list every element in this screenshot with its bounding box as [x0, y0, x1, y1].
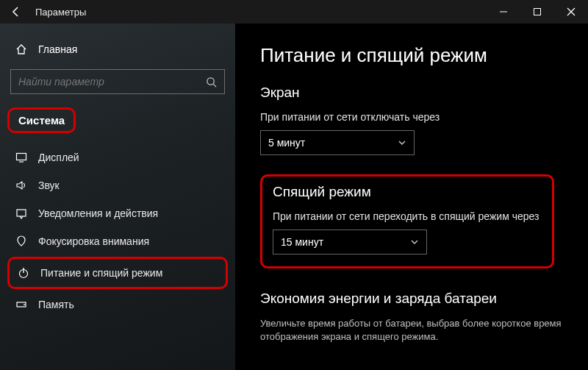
svg-rect-1 — [534, 9, 541, 15]
minimize-icon — [499, 7, 508, 16]
sleep-section-highlight: Спящий режим При питании от сети переход… — [260, 174, 554, 268]
search-input[interactable] — [18, 76, 206, 88]
sidebar-home[interactable]: Главная — [0, 37, 235, 69]
svg-line-5 — [213, 84, 216, 87]
search-icon — [206, 77, 217, 88]
sidebar-section-system[interactable]: Система — [7, 107, 76, 133]
chevron-down-icon — [398, 138, 406, 147]
screen-timeout-select[interactable]: 5 минут — [260, 130, 415, 155]
sidebar-item-notifications[interactable]: Уведомления и действия — [0, 199, 235, 227]
sidebar-item-label: Звук — [38, 179, 60, 191]
chevron-down-icon — [410, 238, 419, 246]
maximize-button[interactable] — [520, 0, 554, 24]
maximize-icon — [533, 7, 542, 16]
sidebar-item-label: Фокусировка внимания — [38, 235, 149, 247]
page-title: Питание и спящий режим — [260, 44, 563, 67]
storage-icon — [15, 298, 28, 311]
sleep-timeout-select[interactable]: 15 минут — [273, 230, 427, 255]
svg-point-12 — [24, 304, 25, 305]
svg-rect-6 — [17, 154, 26, 160]
screen-heading: Экран — [260, 85, 563, 101]
close-icon — [567, 7, 576, 16]
notifications-icon — [15, 207, 28, 220]
sidebar-item-label: Память — [38, 299, 74, 310]
sidebar-item-label: Дисплей — [38, 152, 79, 163]
svg-rect-8 — [17, 210, 26, 216]
sleep-heading: Спящий режим — [273, 184, 542, 200]
screen-timeout-value: 5 минут — [268, 137, 305, 149]
power-icon — [17, 266, 30, 280]
close-button[interactable] — [554, 0, 588, 24]
sidebar-item-power[interactable]: Питание и спящий режим — [7, 257, 228, 289]
sound-icon — [15, 179, 28, 192]
battery-section: Экономия энергии и заряда батареи Увелич… — [260, 291, 563, 344]
titlebar: Параметры — [0, 0, 588, 24]
home-icon — [15, 43, 28, 56]
minimize-button[interactable] — [487, 0, 520, 24]
back-button[interactable] — [0, 6, 32, 18]
sidebar-item-storage[interactable]: Память — [0, 291, 235, 319]
arrow-left-icon — [10, 6, 22, 18]
battery-text: Увеличьте время работы от батареи, выбра… — [260, 317, 563, 344]
sidebar-item-sound[interactable]: Звук — [0, 171, 235, 199]
focus-icon — [15, 235, 28, 248]
sidebar-item-focus[interactable]: Фокусировка внимания — [0, 227, 235, 255]
sidebar-item-label: Уведомления и действия — [38, 207, 158, 219]
screen-label: При питании от сети отключать через — [260, 111, 563, 123]
sidebar-home-label: Главная — [38, 43, 77, 55]
sidebar: Главная Система Дисплей Звук — [0, 24, 235, 370]
sidebar-item-label: Питание и спящий режим — [40, 267, 162, 279]
window-title: Параметры — [32, 7, 487, 18]
sidebar-item-display[interactable]: Дисплей — [0, 143, 235, 171]
search-input-container[interactable] — [10, 69, 225, 94]
main-panel: Питание и спящий режим Экран При питании… — [235, 24, 588, 370]
sleep-timeout-value: 15 минут — [281, 236, 323, 248]
svg-point-4 — [207, 77, 214, 84]
sidebar-nav: Дисплей Звук Уведомления и действия Фоку… — [0, 143, 235, 319]
sleep-label: При питании от сети переходить в спящий … — [273, 210, 542, 222]
display-icon — [15, 151, 28, 164]
battery-heading: Экономия энергии и заряда батареи — [260, 291, 563, 307]
